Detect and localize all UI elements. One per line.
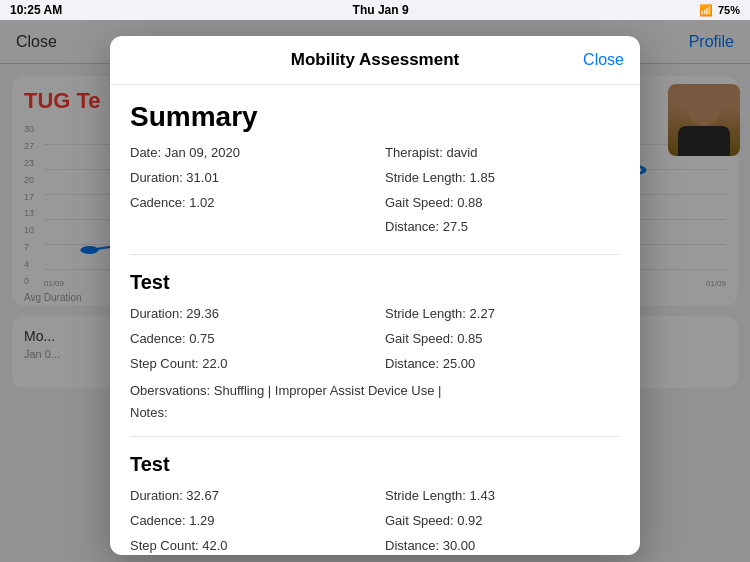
status-day: Thu Jan 9 xyxy=(353,3,409,17)
summary-heading: Summary xyxy=(130,101,620,133)
status-time: 10:25 AM xyxy=(10,3,62,17)
modal: Mobility Assessment Close Summary Date: … xyxy=(110,36,640,555)
modal-body: Summary Date: Jan 09, 2020 Therapist: da… xyxy=(110,85,640,555)
modal-title: Mobility Assessment xyxy=(291,50,459,70)
battery-level: 75% xyxy=(718,4,740,16)
test1-gait-speed: Gait Speed: 0.85 xyxy=(385,329,620,350)
test2-stride-length: Stride Length: 1.43 xyxy=(385,486,620,507)
test1-notes: Notes: xyxy=(130,405,620,420)
summary-section: Summary Date: Jan 09, 2020 Therapist: da… xyxy=(130,85,620,255)
status-bar: 10:25 AM Thu Jan 9 📶 75% xyxy=(0,0,750,20)
test2-step-count: Step Count: 42.0 xyxy=(130,536,365,555)
test1-step-count: Step Count: 22.0 xyxy=(130,354,365,375)
test1-distance: Distance: 25.00 xyxy=(385,354,620,375)
summary-distance: Distance: 27.5 xyxy=(385,217,620,238)
summary-duration: Duration: 31.01 xyxy=(130,168,365,189)
summary-stride-length: Stride Length: 1.85 xyxy=(385,168,620,189)
test2-gait-speed: Gait Speed: 0.92 xyxy=(385,511,620,532)
test2-section: Test Duration: 32.67 Stride Length: 1.43… xyxy=(130,437,620,555)
summary-therapist: Therapist: david xyxy=(385,143,620,164)
test2-duration: Duration: 32.67 xyxy=(130,486,365,507)
test1-section: Test Duration: 29.36 Stride Length: 2.27… xyxy=(130,255,620,437)
test1-stride-length: Stride Length: 2.27 xyxy=(385,304,620,325)
modal-close-button[interactable]: Close xyxy=(583,51,624,69)
test2-cadence: Cadence: 1.29 xyxy=(130,511,365,532)
summary-cadence: Cadence: 1.02 xyxy=(130,193,365,214)
wifi-icon: 📶 xyxy=(699,4,713,17)
summary-date: Date: Jan 09, 2020 xyxy=(130,143,365,164)
status-right: 📶 75% xyxy=(699,4,740,17)
summary-gait-speed: Gait Speed: 0.88 xyxy=(385,193,620,214)
modal-header: Mobility Assessment Close xyxy=(110,36,640,85)
test1-observations: Obersvations: Shuffling | Improper Assis… xyxy=(130,381,620,402)
test1-duration: Duration: 29.36 xyxy=(130,304,365,325)
test1-grid: Duration: 29.36 Stride Length: 2.27 Cade… xyxy=(130,304,620,374)
test1-heading: Test xyxy=(130,271,620,294)
test2-distance: Distance: 30.00 xyxy=(385,536,620,555)
test1-cadence: Cadence: 0.75 xyxy=(130,329,365,350)
test2-heading: Test xyxy=(130,453,620,476)
summary-grid: Date: Jan 09, 2020 Therapist: david Dura… xyxy=(130,143,620,238)
test2-grid: Duration: 32.67 Stride Length: 1.43 Cade… xyxy=(130,486,620,555)
